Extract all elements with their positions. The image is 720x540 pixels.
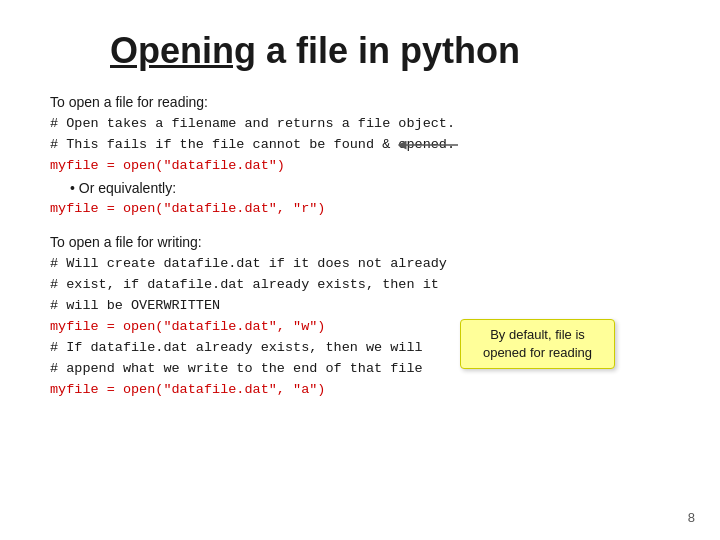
- myfile-open-1: myfile = open("datafile.dat"): [50, 158, 285, 173]
- title-rest: a file in python: [256, 30, 520, 71]
- reading-label: To open a file for reading:: [50, 94, 670, 110]
- slide: Opening a file in python To open a file …: [0, 0, 720, 540]
- slide-title: Opening a file in python: [110, 30, 670, 72]
- page-number: 8: [688, 510, 695, 525]
- reading-code: # Open takes a filename and returns a fi…: [50, 114, 670, 177]
- title-opening: Opening: [110, 30, 256, 71]
- bullet-or-equivalently: • Or equivalently:: [70, 177, 670, 199]
- tooltip-arrow: [398, 136, 458, 158]
- myfile-open-w: myfile = open("datafile.dat", "w"): [50, 319, 325, 334]
- writing-label: To open a file for writing:: [50, 234, 670, 250]
- tooltip-default-read: By default, file is opened for reading: [460, 319, 615, 369]
- myfile-open-2: myfile = open("datafile.dat", "r"): [50, 199, 670, 220]
- myfile-open-a: myfile = open("datafile.dat", "a"): [50, 382, 325, 397]
- writing-section: To open a file for writing: # Will creat…: [50, 234, 670, 400]
